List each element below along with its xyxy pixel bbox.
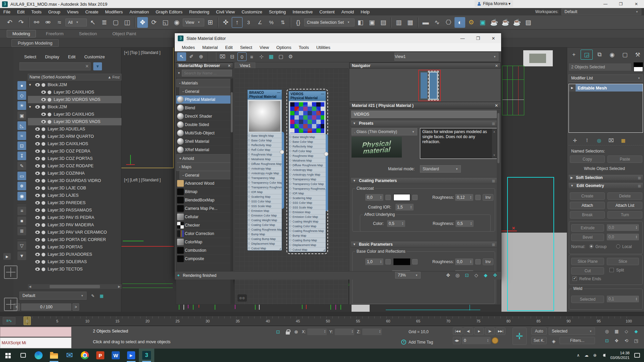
selection-region-icon[interactable]: ⊡ — [274, 328, 282, 336]
attach-list-button[interactable]: Attach List — [607, 202, 642, 209]
word-icon[interactable]: W — [108, 349, 123, 362]
turn-button[interactable]: Turn — [607, 211, 642, 219]
chevron-down-icon[interactable]: ▼ — [177, 71, 180, 75]
close-button[interactable]: ✕ — [629, 0, 644, 8]
paste-button[interactable]: Paste — [607, 156, 642, 163]
stack-row-editable-mesh[interactable]: ▶ Editable Mesh — [569, 84, 643, 92]
browser-item[interactable]: - General — [179, 171, 231, 179]
render-elements-icon[interactable]: ▨ — [523, 17, 534, 28]
key-mode-icon[interactable] — [492, 337, 498, 344]
explorer-menu-item[interactable]: Select — [24, 54, 36, 59]
viewport-left-label[interactable]: [+] [Left ] [Standard ] — [124, 178, 161, 182]
map-input-slot[interactable]: Coating Bump Map — [289, 238, 326, 242]
browser-item[interactable]: Bitmap — [176, 188, 231, 196]
navigator-node-thumb[interactable] — [421, 72, 427, 99]
browser-item[interactable]: Multi/Sub-Object — [176, 129, 231, 137]
create-tab-icon[interactable]: + — [568, 50, 580, 60]
browser-item[interactable]: Composite — [176, 255, 231, 263]
base-weight-spinner[interactable]: 1,0 — [365, 258, 383, 265]
show-end-result-icon[interactable]: ⊺ — [583, 136, 591, 144]
map-input-slot[interactable]: Refl Color Map — [248, 147, 282, 152]
create-button[interactable]: Create — [570, 192, 605, 200]
input-connector-icon[interactable] — [289, 150, 291, 152]
menu-item[interactable]: Help — [357, 9, 373, 14]
browser-item[interactable]: ColorMap — [176, 238, 231, 246]
speaker-icon[interactable] — [601, 354, 605, 357]
explorer-menu-item[interactable]: Edit — [68, 54, 75, 59]
layer-row[interactable]: Layer:3D CAIXILHOS — [28, 111, 121, 118]
map-input-slot[interactable]: Scattering Map — [289, 195, 326, 200]
input-connector-icon[interactable] — [248, 134, 250, 137]
menu-item[interactable]: Tools — [28, 9, 45, 14]
map-input-slot[interactable]: IOR Map — [289, 191, 326, 195]
render-dot-icon[interactable] — [42, 164, 45, 168]
map-input-slot[interactable]: Bump Map — [289, 233, 326, 238]
mirror-icon[interactable]: ◧ — [355, 17, 366, 28]
zoom-all-icon[interactable]: ▦ — [612, 327, 621, 335]
input-connector-icon[interactable] — [289, 159, 291, 162]
visibility-eye-icon[interactable] — [41, 113, 46, 116]
previous-frame-button[interactable]: ◀| — [464, 327, 473, 335]
render-dot-icon[interactable] — [42, 245, 45, 249]
input-connector-icon[interactable] — [248, 153, 250, 156]
pan-icon[interactable]: ✥ — [612, 337, 621, 344]
material-editor-icon[interactable]: ◐ — [454, 17, 465, 28]
map-input-slot[interactable]: Metalness Map — [248, 157, 282, 161]
rendered-frame-icon[interactable]: ▣ — [477, 17, 488, 28]
absolute-offset-icon[interactable]: ⊗ — [292, 328, 300, 336]
map-button[interactable] — [475, 259, 481, 264]
toggle-scene-explorer-icon[interactable]: ▥ — [393, 17, 404, 28]
visibility-eye-icon[interactable] — [41, 120, 46, 123]
menu-item[interactable]: Civil View — [213, 9, 238, 14]
pin-stack-icon[interactable]: ✛ — [571, 136, 579, 144]
layer-row[interactable]: Block:J2M — [28, 103, 121, 111]
explorer-filter-icon[interactable]: ▼ — [93, 62, 102, 70]
map-input-slot[interactable]: Emission Color Map — [248, 213, 282, 218]
input-connector-icon[interactable] — [248, 177, 250, 179]
presets-rollout[interactable]: Presets▦ — [351, 120, 497, 127]
render-dot-icon[interactable] — [48, 90, 51, 94]
map-input-slot[interactable]: Emission Map — [289, 209, 326, 214]
map-input-slot[interactable]: SSS Color Map — [289, 200, 326, 205]
visibility-eye-icon[interactable] — [35, 208, 40, 212]
render-dot-icon[interactable] — [42, 186, 45, 190]
scrollbar-thumb[interactable] — [50, 285, 100, 288]
map-input-slot[interactable]: Roughness Map — [248, 152, 282, 157]
explorer-menu-item[interactable]: Display — [45, 54, 59, 59]
zoom-extents-icon[interactable]: ◇ — [622, 327, 631, 335]
map-input-slot[interactable]: IOR Map — [248, 189, 282, 194]
input-connector-icon[interactable] — [289, 211, 291, 213]
next-frame-button[interactable]: > — [72, 303, 79, 311]
input-connector-icon[interactable] — [248, 191, 250, 193]
redo-icon[interactable]: ↷ — [16, 17, 26, 28]
map-input-slot[interactable]: Cutout Map — [248, 246, 282, 250]
active-layer-dropdown[interactable]: Default — [19, 292, 87, 300]
thumb-view-icon[interactable]: ■ — [17, 217, 26, 225]
layer-manager-icon[interactable]: ▤ — [378, 17, 389, 28]
map-input-slot[interactable]: SSS Scale Map — [248, 203, 282, 208]
input-connector-icon[interactable] — [289, 234, 291, 237]
map-input-slot[interactable]: Transparency Roughness.. — [248, 185, 282, 189]
movies-tv-icon[interactable]: ▶ — [123, 349, 139, 362]
select-scale-icon[interactable]: ◱ — [160, 17, 171, 28]
slate-maximize-button[interactable]: ❐ — [470, 33, 486, 43]
select-place-icon[interactable]: ◉ — [171, 17, 182, 28]
input-connector-icon[interactable] — [289, 206, 291, 208]
remove-modifier-icon[interactable]: ⌧ — [607, 136, 615, 144]
layer-row[interactable]: Layer:3D ADUELAS — [28, 125, 121, 133]
map-input-slot[interactable]: Emission Map — [248, 208, 282, 213]
spinner-snap-icon[interactable]: ⇅ — [277, 17, 288, 28]
map-input-slot[interactable]: Anisotropy Map — [248, 166, 282, 171]
align-icon[interactable]: ▣ — [367, 17, 377, 28]
schematic-view-icon[interactable]: ⎔ — [443, 17, 454, 28]
maximize-button[interactable]: ❐ — [613, 0, 629, 8]
input-connector-icon[interactable] — [248, 144, 250, 146]
key-filters-icon[interactable]: ◈ — [550, 338, 557, 345]
group-radio[interactable] — [589, 244, 593, 248]
onedrive-cloud-icon[interactable]: ☁ — [584, 353, 588, 358]
input-connector-icon[interactable] — [248, 148, 250, 151]
rect-selection-region-icon[interactable]: ▢ — [110, 17, 121, 28]
layer-row[interactable]: Layer:3D PAREDES — [28, 199, 121, 206]
display-particles-icon[interactable]: ❄ — [17, 182, 26, 190]
close-icon[interactable]: ✕ — [495, 64, 498, 68]
